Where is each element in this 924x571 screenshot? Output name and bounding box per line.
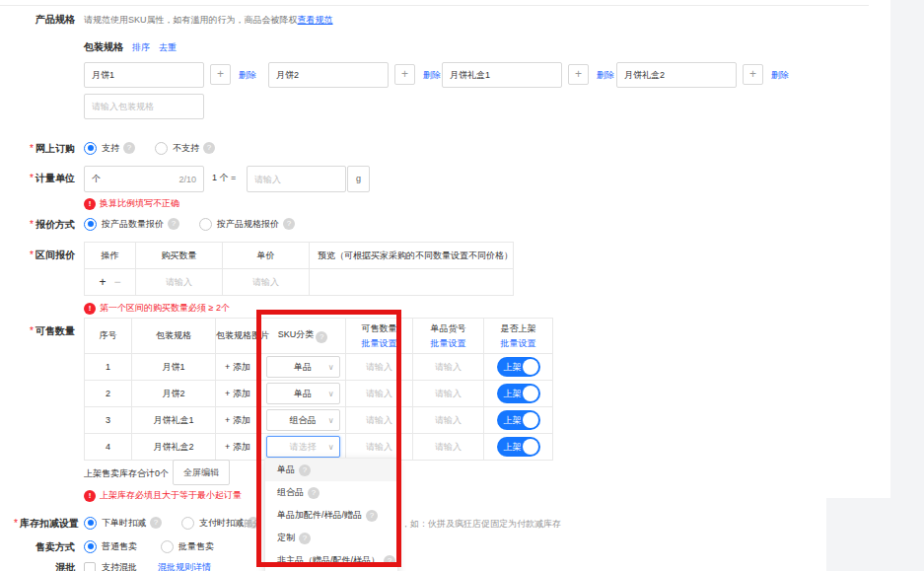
info-icon[interactable]: ? (384, 555, 395, 567)
page-gutter-corner (826, 498, 924, 571)
package-spec-input[interactable] (268, 62, 389, 88)
info-icon[interactable]: ? (366, 510, 378, 522)
info-icon[interactable]: ? (299, 464, 311, 476)
sellable-qty-input[interactable] (348, 415, 411, 425)
sellable-row: 2 月饼2 + 添加 单品∨ 上架 (85, 381, 553, 407)
info-icon[interactable]: ? (316, 331, 327, 343)
toggle-knob (523, 412, 538, 428)
add-spec-button[interactable]: + (743, 64, 763, 85)
delete-spec-link[interactable]: 删除 (239, 69, 256, 82)
add-image-button[interactable]: + 添加 (216, 407, 260, 434)
deduct-note-right: ，如：伙拼及疯狂店促固定为付款减库存 (401, 518, 561, 531)
section-label-quote-method: *报价方式 (0, 218, 75, 232)
sellable-qty-input[interactable] (348, 362, 411, 372)
ratio-input[interactable] (247, 166, 346, 192)
info-icon[interactable]: ? (123, 142, 135, 154)
on-shelf-toggle[interactable]: 上架 (497, 410, 540, 430)
sku-type-select[interactable]: 单品∨ (266, 356, 340, 378)
sku-type-select[interactable]: 单品∨ (266, 383, 340, 404)
radio-deduct-on-order-label: 下单时扣减 (102, 517, 146, 530)
add-spec-button[interactable]: + (394, 64, 415, 85)
package-spec-title: 包装规格 (84, 40, 123, 54)
dropdown-option-single-with-parts[interactable]: 单品加配件/样品/赠品? (265, 504, 397, 527)
add-image-button[interactable]: + 添加 (216, 434, 260, 461)
radio-normal-sell[interactable] (84, 540, 97, 553)
info-icon[interactable]: ? (150, 517, 162, 529)
info-icon[interactable]: ? (203, 142, 215, 154)
range-quote-error: ! 第一个区间的购买数量必须 ≥ 2个 (84, 302, 230, 315)
item-no-input[interactable] (415, 362, 481, 372)
col-header-spec-image: 包装规格图片 (216, 319, 260, 354)
chevron-down-icon: ∨ (328, 363, 334, 372)
section-label-sellable-qty: *可售数量 (0, 324, 75, 338)
add-image-button[interactable]: + 添加 (216, 354, 260, 381)
radio-quote-by-spec[interactable] (199, 218, 212, 231)
batch-set-qty-link[interactable]: 批量设置 (346, 337, 412, 350)
batch-set-shelf-link[interactable]: 批量设置 (484, 337, 552, 350)
mixed-batch-checkbox[interactable] (84, 562, 96, 571)
unit-char-counter: 2/10 (178, 175, 196, 184)
dropdown-option-single[interactable]: 单品? (265, 459, 397, 481)
view-rules-link[interactable]: 查看规范 (298, 15, 333, 25)
radio-not-support[interactable] (155, 142, 168, 155)
dedupe-link[interactable]: 去重 (159, 41, 177, 54)
sellable-qty-input[interactable] (348, 442, 411, 452)
item-no-input[interactable] (415, 442, 481, 452)
col-header-on-shelf: 是否上架批量设置 (484, 319, 553, 354)
sku-type-select-open[interactable]: 请选择∨ (266, 436, 340, 458)
stock-summary: 上架售卖库存合计0个 (84, 467, 169, 480)
on-shelf-toggle[interactable]: 上架 (497, 357, 540, 377)
radio-batch-sell[interactable] (161, 540, 174, 553)
add-spec-button[interactable]: + (210, 64, 231, 85)
info-icon[interactable]: ? (168, 218, 179, 230)
dropdown-option-combo[interactable]: 组合品? (265, 481, 397, 504)
sellable-row: 3 月饼礼盒1 + 添加 组合品∨ 上架 (85, 407, 553, 434)
top-divider (0, 5, 869, 6)
sku-type-select[interactable]: 组合品∨ (266, 409, 340, 431)
item-no-input[interactable] (415, 415, 481, 425)
dropdown-option-custom[interactable]: 定制? (265, 527, 397, 549)
sellable-qty-input[interactable] (348, 389, 411, 398)
range-price-input[interactable] (225, 277, 307, 287)
info-icon[interactable]: ? (283, 218, 295, 230)
range-preview-cell (310, 269, 514, 296)
sort-link[interactable]: 排序 (132, 41, 150, 54)
new-package-spec-input[interactable] (84, 94, 204, 119)
package-spec-input[interactable] (84, 62, 204, 88)
item-no-input[interactable] (415, 389, 481, 398)
radio-quote-by-quantity[interactable] (84, 218, 97, 231)
add-range-button[interactable]: + (99, 275, 106, 289)
add-image-button[interactable]: + 添加 (216, 381, 260, 407)
delete-spec-link[interactable]: 删除 (597, 69, 614, 82)
sellable-row: 1 月饼1 + 添加 单品∨ 上架 (85, 354, 553, 381)
radio-support[interactable] (84, 142, 97, 155)
package-spec-input[interactable] (616, 62, 737, 88)
add-spec-button[interactable]: + (568, 64, 589, 85)
info-icon[interactable]: ? (299, 533, 311, 544)
package-spec-input[interactable] (442, 62, 562, 88)
info-icon[interactable]: ? (308, 487, 320, 499)
radio-deduct-on-pay-label: 支付时扣减 (199, 517, 244, 530)
plus-icon: + (225, 415, 230, 425)
on-shelf-toggle[interactable]: 上架 (497, 384, 540, 403)
section-label-range-quote: *区间报价 (0, 249, 75, 262)
radio-deduct-on-pay[interactable] (181, 517, 194, 530)
batch-set-item-no-link[interactable]: 批量设置 (413, 337, 483, 350)
range-qty-input[interactable] (138, 277, 220, 287)
col-header-preview: 预览（可根据买家采购的不同数量设置不同价格） (310, 243, 514, 269)
sku-usage-notice: 请规范使用SKU属性，如有滥用的行为，商品会被降权查看规范 (84, 14, 333, 27)
plus-icon: + (217, 67, 224, 81)
dropdown-option-non-main[interactable]: 非主品（赠品/配件/样品）? (265, 549, 397, 571)
unit-input[interactable]: 个 2/10 (84, 166, 204, 192)
radio-normal-sell-label: 普通售卖 (102, 540, 137, 553)
plus-icon: + (401, 67, 408, 81)
remove-range-button[interactable]: − (114, 275, 121, 289)
delete-spec-link[interactable]: 删除 (771, 69, 789, 82)
plus-icon: + (225, 442, 230, 452)
fullscreen-edit-button[interactable]: 全屏编辑 (173, 460, 230, 485)
radio-deduct-on-order[interactable] (84, 517, 97, 530)
mixed-batch-rules-link[interactable]: 混批规则详情 (158, 561, 211, 571)
radio-batch-sell-label: 批量售卖 (178, 540, 214, 553)
delete-spec-link[interactable]: 删除 (423, 69, 441, 82)
on-shelf-toggle[interactable]: 上架 (497, 437, 540, 457)
